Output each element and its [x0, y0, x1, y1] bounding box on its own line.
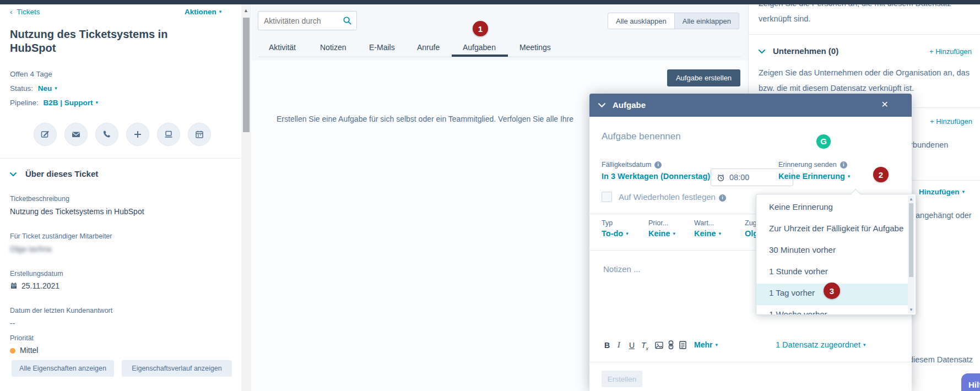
tab-emails[interactable]: E-Mails — [369, 43, 395, 52]
tab-meetings[interactable]: Meetings — [519, 43, 551, 52]
document-icon — [679, 341, 686, 349]
reminder-option[interactable]: 30 Minuten vorher — [756, 241, 908, 262]
grammarly-icon[interactable]: G — [816, 134, 831, 149]
tab-aktivitaet[interactable]: Aktivität — [269, 43, 296, 52]
status-label: Status: — [10, 84, 33, 93]
italic-button[interactable]: I — [618, 341, 620, 350]
priority-dot-icon — [10, 348, 15, 354]
repeat-checkbox-row[interactable]: Auf Wiederholen festlegeni — [602, 192, 726, 202]
insert-image-button[interactable] — [655, 341, 663, 351]
field-label: Priorität — [10, 334, 34, 342]
modal-header[interactable]: Aufgabe × — [589, 94, 912, 117]
vertical-scrollbar[interactable]: ▲ — [241, 4, 251, 391]
clear-formatting-button[interactable]: Tx — [641, 341, 648, 351]
create-task-quick-button[interactable] — [157, 123, 180, 146]
activity-search-box[interactable] — [258, 11, 357, 30]
type-dropdown[interactable]: To-do▾ — [602, 229, 629, 238]
due-time-value: 08:00 — [729, 173, 749, 182]
plus-icon — [133, 129, 143, 139]
section-divider — [749, 34, 980, 35]
calendar-icon — [194, 129, 204, 139]
company-section-header[interactable]: Unternehmen (0) — [759, 46, 838, 56]
back-to-tickets-link[interactable]: ‹ Tickets — [10, 8, 40, 16]
add-company-link[interactable]: + Hinzufügen — [929, 47, 972, 56]
reminder-dropdown-menu: Keine Erinnerung Zur Uhrzeit der Fälligk… — [756, 194, 916, 315]
alarm-clock-icon — [717, 173, 725, 182]
show-all-properties-button[interactable]: Alle Eigenschaften anzeigen — [12, 360, 114, 377]
reminder-option[interactable]: 1 Woche vorher — [756, 305, 908, 315]
company-hint-text: Zeigen Sie das Unternehmen oder die Orga… — [759, 65, 974, 96]
actions-dropdown[interactable]: Aktionen▾ — [185, 8, 221, 16]
close-icon[interactable]: × — [881, 97, 888, 111]
text-fragment: angehängt oder — [916, 208, 972, 223]
collapse-all-button[interactable]: Alle einklappen — [675, 13, 739, 29]
create-task-submit-button[interactable]: Erstellen — [602, 371, 642, 387]
create-task-button[interactable]: Aufgabe erstellen — [667, 69, 740, 86]
show-property-history-button[interactable]: Eigenschaftsverlauf anzeigen — [122, 360, 232, 377]
about-ticket-section-header[interactable]: Über dieses Ticket — [10, 169, 98, 179]
priority-value[interactable]: Mittel — [10, 346, 38, 355]
chevron-down-icon: ▾ — [962, 189, 965, 194]
chevron-down-icon: ▾ — [626, 231, 629, 236]
tab-notizen[interactable]: Notizen — [320, 43, 346, 52]
more-formatting-dropdown[interactable]: Mehr▾ — [694, 340, 718, 349]
tab-aufgaben-active[interactable]: Aufgaben — [463, 43, 496, 52]
priority-dropdown[interactable]: Keine▾ — [648, 229, 675, 238]
task-name-input[interactable]: Aufgabe benennen — [602, 131, 681, 142]
send-email-button[interactable] — [64, 123, 88, 146]
notes-textarea[interactable]: Notizen ... — [603, 264, 641, 274]
schedule-meeting-button[interactable] — [188, 123, 211, 146]
insert-snippet-button[interactable] — [679, 341, 686, 351]
add-association-link[interactable]: + Hinzufügen — [930, 117, 972, 126]
chevron-down-icon — [759, 50, 765, 54]
call-button[interactable] — [95, 123, 118, 146]
clear-formatting-x: x — [646, 346, 649, 351]
add-attachment-dropdown[interactable]: Hinzufügen▾ — [919, 188, 965, 196]
reminder-dropdown-trigger[interactable]: Keine Erinnerung▾ — [778, 172, 850, 181]
scrollbar-up-arrow[interactable]: ▲ — [909, 197, 913, 202]
underline-button[interactable]: U — [629, 341, 635, 350]
help-button[interactable]: Hilf — [961, 373, 980, 391]
create-note-button[interactable] — [34, 123, 57, 146]
insert-link-button[interactable] — [668, 340, 674, 351]
phone-icon — [102, 129, 112, 139]
section-divider — [0, 158, 241, 159]
field-label: Ticketbeschreibung — [10, 195, 69, 203]
clear-formatting-t: T — [641, 341, 646, 350]
status-dropdown[interactable]: Neu — [38, 84, 52, 93]
pipeline-dropdown[interactable]: B2B | Support — [44, 99, 93, 107]
chevron-down-icon: ▾ — [715, 342, 718, 347]
text-fragment: diesem Datensatz — [909, 352, 973, 367]
dropdown-scrollbar[interactable]: ▲ ▼ — [908, 196, 914, 313]
repeat-checkbox[interactable] — [602, 192, 612, 202]
type-label: Typ — [602, 219, 613, 227]
queue-dropdown[interactable]: Keine▾ — [694, 229, 721, 238]
due-date-label: Fälligkeitsdatumi — [602, 161, 662, 169]
ticket-title: Nutzung des Ticketsystems in HubSpot — [10, 28, 181, 55]
priority-value: Keine — [648, 229, 670, 238]
due-date-dropdown[interactable]: In 3 Werktagen (Donnerstag)▾ — [602, 172, 716, 181]
reminder-option[interactable]: 1 Stunde vorher — [756, 262, 908, 284]
associated-records-dropdown[interactable]: 1 Datensatz zugeordnet▾ — [776, 340, 866, 349]
reminder-option[interactable]: Zur Uhrzeit der Fälligkeit für Aufgabe — [756, 219, 908, 241]
info-icon: i — [719, 194, 726, 202]
creation-date-value[interactable]: 25.11.2021 — [10, 281, 59, 290]
scrollbar-down-arrow[interactable]: ▼ — [909, 307, 913, 312]
add-activity-button[interactable] — [126, 123, 149, 146]
email-icon — [71, 129, 81, 139]
scrollbar-thumb[interactable] — [243, 18, 250, 132]
tab-anrufe[interactable]: Anrufe — [417, 43, 440, 52]
add-attachment-label: Hinzufügen — [919, 188, 960, 196]
scrollbar-up-arrow[interactable]: ▲ — [243, 8, 248, 13]
chevron-down-icon — [598, 103, 605, 108]
reminder-option[interactable]: Keine Erinnerung — [756, 198, 908, 219]
field-value: 25.11.2021 — [21, 281, 59, 290]
dropdown-scrollbar-thumb[interactable] — [909, 203, 913, 277]
expand-all-button[interactable]: Alle ausklappen — [608, 13, 675, 29]
bold-button[interactable]: B — [604, 341, 610, 350]
activity-search-input[interactable] — [263, 16, 343, 26]
field-value[interactable]: Nutzung des Ticketsystems in HubSpot — [10, 207, 219, 216]
company-section-title: Unternehmen (0) — [773, 46, 838, 56]
chevron-down-icon: ▾ — [55, 85, 57, 91]
ticket-owner-value-redacted[interactable]: Olga Iachna — [10, 245, 52, 253]
